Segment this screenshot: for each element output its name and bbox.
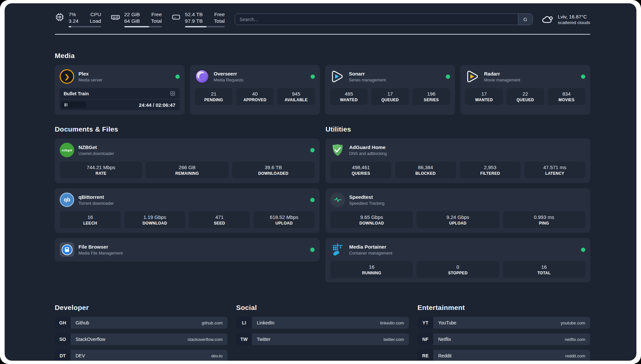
stat-value: 834 <box>550 91 583 97</box>
stat-value: 744.21 Mbps <box>62 165 140 170</box>
stat-tile: 485 WANTED <box>330 88 368 105</box>
app-card-plex[interactable]: ❯ Plex Media server Bullet Train 24:44 /… <box>55 65 185 115</box>
stat-label: LATENCY <box>526 171 583 176</box>
ram-icon <box>110 12 120 22</box>
link-github[interactable]: GH Github github.com <box>55 317 228 329</box>
cpu-icon <box>55 12 65 22</box>
status-dot <box>310 148 315 152</box>
section-title-developer: Developer <box>55 304 228 312</box>
stat-label: UPLOAD <box>256 221 313 226</box>
link-tag: YT <box>417 317 433 329</box>
stat-label: UPLOAD <box>418 221 497 226</box>
link-url: linkedin.com <box>380 320 404 325</box>
link-youtube[interactable]: YT YouTube youtube.com <box>417 317 590 329</box>
stat-tile: 1.19 Gbps DOWNLOAD <box>124 211 185 228</box>
stat-label: QUEUED <box>508 98 542 102</box>
stat-tile: 47.571 ms LATENCY <box>524 162 585 178</box>
cpu-progress-bar <box>69 26 101 27</box>
link-stackoverflow[interactable]: SO StackOverflow stackoverflow.com <box>55 333 228 345</box>
status-dot <box>175 75 180 79</box>
stat-value: 22 <box>508 91 542 97</box>
stat-label: APPROVED <box>238 98 272 102</box>
link-linkedin[interactable]: LI LinkedIn linkedin.com <box>236 317 409 329</box>
stat-value: 0.993 ms <box>505 214 583 220</box>
app-description: Usenet downloader <box>78 151 114 156</box>
weather-location-temp: Lviv, 16.87°C <box>558 14 590 19</box>
app-card-filebrowser[interactable]: File Browser Media File Management <box>55 238 320 261</box>
search-engine-button[interactable]: G <box>518 14 533 25</box>
app-card-sonarr[interactable]: Sonarr Series management 485 WANTED 17 Q… <box>325 65 455 115</box>
nzbget-icon: nzbget <box>60 143 74 157</box>
link-url: netflix.com <box>565 337 585 342</box>
portainer-icon <box>330 242 345 257</box>
link-url: dev.to <box>211 353 223 358</box>
app-card-adguard[interactable]: AdGuard Home DNS and adblocking 498,461 … <box>325 138 590 183</box>
app-card-overseerr[interactable]: Overseerr Media Requests 21 PENDING 40 A… <box>190 65 320 115</box>
stat-tile: 9.24 Gbps UPLOAD <box>416 211 499 228</box>
link-tag: TW <box>236 333 252 345</box>
app-name: File Browser <box>78 244 123 250</box>
disk-free-label: Free <box>214 11 225 18</box>
stat-value: 9.24 Gbps <box>418 214 497 220</box>
header-divider <box>55 34 590 35</box>
stat-value: 86,384 <box>397 165 454 170</box>
link-tag: DT <box>55 350 71 361</box>
link-dev[interactable]: DT DEV dev.to <box>55 350 228 361</box>
stat-label: TOTAL <box>505 271 583 275</box>
qbittorrent-icon: qb <box>60 193 74 207</box>
stat-tile: 9.65 Gbps DOWNLOAD <box>330 211 413 228</box>
stat-value: 266 GB <box>148 165 226 170</box>
photobox-icon[interactable] <box>169 90 176 97</box>
ram-free-value: 22 GiB <box>124 11 140 18</box>
link-name: Netflix <box>438 337 451 342</box>
stat-tile: 40 APPROVED <box>236 88 274 105</box>
stat-tile: 744.21 Mbps RATE <box>60 162 142 178</box>
section-title-entertainment: Entertainment <box>417 304 590 312</box>
section-title-social: Social <box>236 304 409 312</box>
stat-label: WANTED <box>332 98 366 102</box>
ram-total-value: 64 GiB <box>124 18 140 24</box>
sonarr-icon <box>330 69 345 84</box>
top-bar: 7% 3.24 CPU Load <box>55 3 590 27</box>
app-name: Media Portainer <box>349 244 392 250</box>
app-name: AdGuard Home <box>349 144 387 151</box>
link-name: LinkedIn <box>257 320 274 325</box>
stat-value: 471 <box>191 214 248 220</box>
section-title-utilities: Utilities <box>325 125 590 133</box>
ram-progress-bar <box>124 26 162 27</box>
utilities-column: Utilities AdGuard Home <box>325 125 590 283</box>
link-name: DEV <box>76 353 85 358</box>
pause-button[interactable] <box>62 102 86 108</box>
ram-total-label: Total <box>151 18 162 24</box>
app-card-speedtest[interactable]: Speedtest Speedtest Tracking 9.65 Gbps D… <box>325 188 590 233</box>
link-reddit[interactable]: RE Reddit reddit.com <box>417 350 590 361</box>
cloud-icon <box>541 14 554 25</box>
app-card-radarr[interactable]: Radarr Movie management 17 WANTED 22 QUE… <box>460 65 590 115</box>
stat-value: 485 <box>332 91 366 97</box>
app-card-qbittorrent[interactable]: qb qBittorrent Torrent downloader 16 LEE… <box>55 188 320 233</box>
weather-widget: Lviv, 16.87°C scattered clouds <box>541 14 590 25</box>
stat-value: 945 <box>279 91 313 97</box>
app-name: Plex <box>78 71 102 77</box>
stat-value: 17 <box>373 91 407 97</box>
stat-label: QUEUED <box>373 98 407 102</box>
ram-metric: 22 GiB 64 GiB Free Total <box>110 11 162 27</box>
link-name: YouTube <box>438 320 456 325</box>
app-card-portainer[interactable]: Media Portainer Container management 16 … <box>325 238 590 283</box>
stat-tile: 2,953 FILTERED <box>460 162 521 178</box>
search-input[interactable] <box>235 14 518 25</box>
link-url: reddit.com <box>565 353 585 358</box>
stat-value: 2,953 <box>462 165 519 170</box>
stat-tile: 945 AVAILABLE <box>277 88 315 105</box>
filebrowser-icon <box>60 242 74 257</box>
adguard-icon <box>330 143 345 157</box>
link-twitter[interactable]: TW Twitter twitter.com <box>236 333 409 345</box>
link-netflix[interactable]: NF Netflix netflix.com <box>417 333 590 345</box>
developer-section: Developer GH Github github.com SO StackO… <box>55 304 228 361</box>
app-description: Media server <box>78 78 102 82</box>
link-tag: RE <box>417 350 433 361</box>
app-card-nzbget[interactable]: nzbget NZBGet Usenet downloader 744.21 M… <box>55 138 320 183</box>
playback-time: 24:44 / 02:06:47 <box>139 102 178 108</box>
section-title-documents: Documents & Files <box>55 125 320 133</box>
disk-free-value: 52.4 TB <box>185 11 203 18</box>
